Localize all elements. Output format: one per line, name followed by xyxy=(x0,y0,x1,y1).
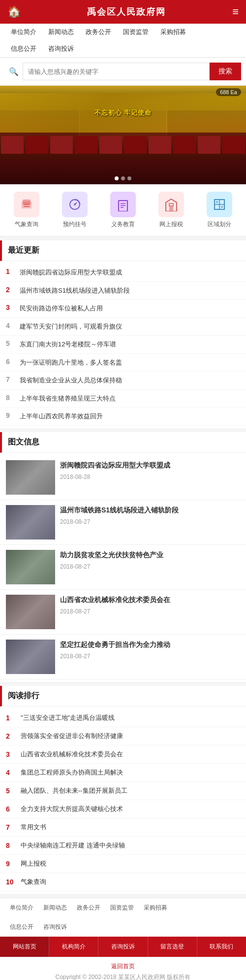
list-item[interactable]: 4 集团总工程师原头办协商国土局解决 xyxy=(0,764,246,782)
quick-icon-tax[interactable]: 网上报税 xyxy=(158,192,184,229)
banner-slogan: 不忘初心 牢记使命 xyxy=(94,108,152,117)
nav-item-state-assets[interactable]: 国资监管 xyxy=(117,24,154,40)
rank-title: "三送安全进工地"走进禹台温暖线 xyxy=(21,713,240,722)
list-item[interactable]: 7 我省制造业企业从业人员总体保持稳 xyxy=(0,372,246,390)
list-item[interactable]: 2 营领落实全省促进非公有制经济健康 xyxy=(0,727,246,745)
image-news-header: 图文信息 xyxy=(0,432,246,453)
rank-num: 1 xyxy=(6,714,17,722)
copyright-text: Copyright © 2002-2018 某某区人民政府网 版权所有 xyxy=(2,973,244,980)
news-thumbnail xyxy=(6,460,55,495)
rank-num: 4 xyxy=(6,769,17,777)
rank-num: 7 xyxy=(6,823,17,831)
tax-label: 网上报税 xyxy=(159,220,183,229)
quick-icons: 气象查询 预约挂号 义务教育 网上报税 区域划分 xyxy=(0,184,246,237)
list-item[interactable]: 助力脱贫攻坚之光伏扶贫特色产业 2018-08-27 xyxy=(0,545,246,590)
quick-icon-weather[interactable]: 气象查询 xyxy=(14,192,39,229)
bottom-nav-contact[interactable]: 联系我们 xyxy=(197,937,246,957)
list-item[interactable]: 5 融入团队、共创未来--集团开展新员工 xyxy=(0,782,246,800)
site-header: 🏠 禹会区人民政府网 ≡ xyxy=(0,0,246,24)
banner-dot-2[interactable] xyxy=(121,176,125,180)
list-item[interactable]: 7 常用文书 xyxy=(0,818,246,837)
list-item[interactable]: 5 东直门南大街12号老楼院～停车谱 xyxy=(0,336,246,354)
image-news-list: 浙闽赣院四省边际应用型大学联盟成 2018-08-28 温州市域铁路S1线机场段… xyxy=(0,453,246,682)
list-item[interactable]: 1 浙闽赣皖四省边际应用型大学联盟成 xyxy=(0,264,246,282)
list-item[interactable]: 4 建军节天安门封闭吗，可观看升旗仪 xyxy=(0,318,246,336)
quick-icon-appointment[interactable]: 预约挂号 xyxy=(62,192,88,229)
quick-icon-education[interactable]: 义务教育 xyxy=(110,192,136,229)
search-input[interactable] xyxy=(23,63,210,80)
news-num: 8 xyxy=(6,394,16,402)
rank-list: 1 "三送安全进工地"走进禹台温暖线 2 营领落实全省促进非公有制经济健康 3 … xyxy=(0,707,246,894)
svg-point-5 xyxy=(74,203,76,205)
news-title: 为一张证明跑几十里地，多人签名盖 xyxy=(20,358,240,368)
region-icon-box xyxy=(207,192,232,217)
search-button[interactable]: 搜索 xyxy=(210,63,241,80)
list-item[interactable]: 8 上半年我省生猪养殖呈现三大特点 xyxy=(0,390,246,408)
news-title: 浙闽赣院四省边际应用型大学联盟成 xyxy=(60,460,240,471)
news-num: 7 xyxy=(6,375,16,383)
banner-dot-3[interactable] xyxy=(127,176,131,180)
home-icon[interactable]: 🏠 xyxy=(7,5,21,18)
nav-item-about[interactable]: 单位简介 xyxy=(5,24,42,40)
news-content: 助力脱贫攻坚之光伏扶贫特色产业 2018-08-27 xyxy=(60,550,240,584)
bottom-nav-messages[interactable]: 留言选登 xyxy=(148,937,197,957)
rank-title: 山西省农业机械标准化技术委员会在 xyxy=(21,750,240,759)
list-item[interactable]: 2 温州市域铁路S1线机场段进入辅轨阶段 xyxy=(0,282,246,300)
footer-nav-info[interactable]: 信息公开 xyxy=(5,920,38,934)
nav-item-info[interactable]: 信息公开 xyxy=(5,40,42,57)
latest-news-section: 最近更新 1 浙闽赣皖四省边际应用型大学联盟成 2 温州市域铁路S1线机场段进入… xyxy=(0,240,246,428)
rank-num: 10 xyxy=(6,878,17,886)
nav-item-complaint[interactable]: 咨询投诉 xyxy=(42,40,80,57)
rank-title: 融入团队、共创未来--集团开展新员工 xyxy=(21,786,240,795)
bottom-nav-org[interactable]: 机构简介 xyxy=(49,937,98,957)
footer-nav-affairs[interactable]: 政务公开 xyxy=(72,901,105,915)
list-item[interactable]: 坚定扛起使命勇于担当作为全力推动 2018-08-27 xyxy=(0,635,246,679)
list-item[interactable]: 9 网上报税 xyxy=(0,855,246,873)
bottom-nav-home[interactable]: 网站首页 xyxy=(0,937,49,957)
news-num: 9 xyxy=(6,411,16,419)
list-item[interactable]: 3 山西省农业机械标准化技术委员会在 xyxy=(0,745,246,764)
list-item[interactable]: 山西省农业机械标准化技术委员会在 2018-08-27 xyxy=(0,590,246,635)
news-thumbnail xyxy=(6,505,55,540)
news-title: 上半年我省生猪养殖呈现三大特点 xyxy=(20,394,240,404)
news-content: 温州市域铁路S1线机场段进入铺轨阶段 2018-08-27 xyxy=(60,505,240,540)
rank-num: 2 xyxy=(6,732,17,740)
news-title: 山西省农业机械标准化技术委员会在 xyxy=(60,595,240,605)
page-footer: 返回首页 Copyright © 2002-2018 某某区人民政府网 版权所有 xyxy=(0,957,246,980)
banner-badge: 688 Ea xyxy=(216,88,241,96)
menu-icon[interactable]: ≡ xyxy=(232,5,239,18)
nav-item-procurement[interactable]: 采购招募 xyxy=(154,24,192,40)
rank-title: 集团总工程师原头办协商国土局解决 xyxy=(21,768,240,777)
footer-nav-row-1: 单位简介 新闻动态 政务公开 国资监管 采购招募 xyxy=(0,898,246,917)
svg-rect-15 xyxy=(216,201,218,203)
bottom-nav-complaint[interactable]: 咨询投诉 xyxy=(98,937,148,957)
list-item[interactable]: 浙闽赣院四省边际应用型大学联盟成 2018-08-28 xyxy=(0,455,246,500)
list-item[interactable]: 3 民安街路边停车位被私人占用 xyxy=(0,300,246,318)
list-item[interactable]: 6 为一张证明跑几十里地，多人签名盖 xyxy=(0,354,246,372)
footer-nav-complaint[interactable]: 咨询投诉 xyxy=(38,920,72,934)
quick-icon-region[interactable]: 区域划分 xyxy=(207,192,232,229)
list-item[interactable]: 10 气象查询 xyxy=(0,873,246,891)
rank-num: 5 xyxy=(6,787,17,795)
education-label: 义务教育 xyxy=(111,220,135,229)
news-title: 民安街路边停车位被私人占用 xyxy=(20,304,240,313)
list-item[interactable]: 8 中央绿轴南连工程开建 连通中央绿轴 xyxy=(0,837,246,855)
footer-nav-news[interactable]: 新闻动态 xyxy=(38,901,72,915)
list-item[interactable]: 6 全力支持大院大所提高关键核心技术 xyxy=(0,800,246,818)
latest-news-list: 1 浙闽赣皖四省边际应用型大学联盟成 2 温州市域铁路S1线机场段进入辅轨阶段 … xyxy=(0,261,246,428)
list-item[interactable]: 9 上半年山西农民养羊效益回升 xyxy=(0,407,246,426)
banner-dot-1[interactable] xyxy=(115,176,119,180)
footer-nav-about[interactable]: 单位简介 xyxy=(5,901,38,915)
news-content: 坚定扛起使命勇于担当作为全力推动 2018-08-27 xyxy=(60,640,240,674)
news-title: 我省制造业企业从业人员总体保持稳 xyxy=(20,375,240,385)
reading-rank-header: 阅读排行 xyxy=(0,686,246,707)
image-news-title: 图文信息 xyxy=(8,437,39,447)
back-home-link[interactable]: 返回首页 xyxy=(111,963,135,970)
list-item[interactable]: 温州市域铁路S1线机场段进入铺轨阶段 2018-08-27 xyxy=(0,500,246,545)
nav-item-news[interactable]: 新闻动态 xyxy=(42,24,80,40)
footer-nav-procurement[interactable]: 采购招募 xyxy=(139,901,172,915)
rank-title: 常用文书 xyxy=(21,823,240,832)
footer-nav-state-assets[interactable]: 国资监管 xyxy=(105,901,139,915)
list-item[interactable]: 1 "三送安全进工地"走进禹台温暖线 xyxy=(0,709,246,727)
nav-item-affairs[interactable]: 政务公开 xyxy=(80,24,117,40)
